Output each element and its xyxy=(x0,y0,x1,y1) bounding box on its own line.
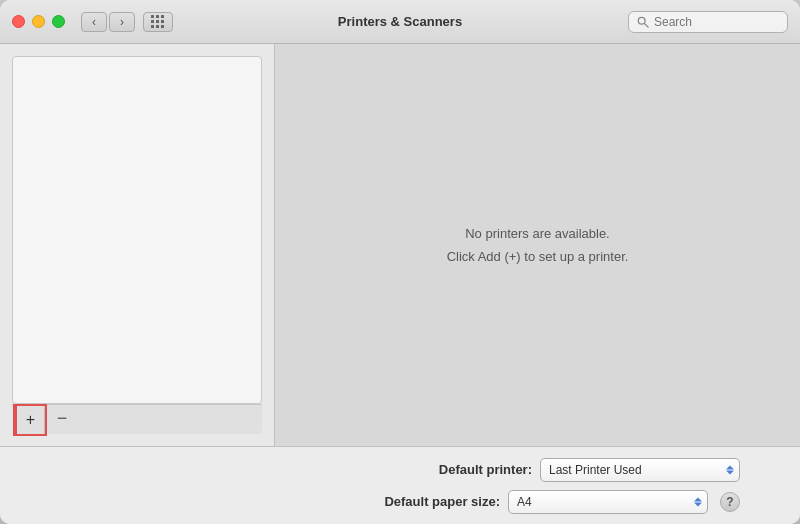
main-content: + − No printers are available. Click Add… xyxy=(0,44,800,446)
default-printer-label: Default printer: xyxy=(392,462,532,477)
svg-line-1 xyxy=(645,23,648,26)
default-paper-row: Default paper size: A4 Letter A3 A5 Lega… xyxy=(40,490,780,514)
default-printer-row: Default printer: Last Printer Used None xyxy=(40,458,780,482)
window-title: Printers & Scanners xyxy=(338,14,462,29)
printer-list-toolbar: + − xyxy=(12,404,262,434)
search-input[interactable] xyxy=(654,15,779,29)
maximize-button[interactable] xyxy=(52,15,65,28)
search-bar[interactable] xyxy=(628,11,788,33)
titlebar: ‹ › Printers & Scanners xyxy=(0,0,800,44)
svg-point-0 xyxy=(638,17,645,24)
printer-list xyxy=(12,56,262,404)
grid-view-button[interactable] xyxy=(143,12,173,32)
no-printers-line2: Click Add (+) to set up a printer. xyxy=(447,245,629,268)
forward-icon: › xyxy=(120,15,124,29)
close-button[interactable] xyxy=(12,15,25,28)
back-button[interactable]: ‹ xyxy=(81,12,107,32)
grid-icon xyxy=(151,15,165,29)
default-printer-select-wrapper: Last Printer Used None xyxy=(540,458,740,482)
no-printers-line1: No printers are available. xyxy=(447,222,629,245)
remove-printer-button[interactable]: − xyxy=(47,406,77,434)
bottom-bar: Default printer: Last Printer Used None … xyxy=(0,446,800,524)
main-window: ‹ › Printers & Scanners xyxy=(0,0,800,524)
minimize-button[interactable] xyxy=(32,15,45,28)
default-paper-select-wrapper: A4 Letter A3 A5 Legal xyxy=(508,490,708,514)
add-printer-button[interactable]: + xyxy=(15,406,45,434)
back-icon: ‹ xyxy=(92,15,96,29)
nav-buttons: ‹ › xyxy=(81,12,135,32)
forward-button[interactable]: › xyxy=(109,12,135,32)
no-printers-message: No printers are available. Click Add (+)… xyxy=(447,222,629,269)
default-paper-label: Default paper size: xyxy=(360,494,500,509)
default-paper-select[interactable]: A4 Letter A3 A5 Legal xyxy=(508,490,708,514)
search-icon xyxy=(637,16,649,28)
right-panel: No printers are available. Click Add (+)… xyxy=(275,44,800,446)
default-printer-select[interactable]: Last Printer Used None xyxy=(540,458,740,482)
help-button[interactable]: ? xyxy=(720,492,740,512)
add-printer-button-wrapper: + xyxy=(13,404,47,436)
traffic-lights xyxy=(12,15,65,28)
left-panel: + − xyxy=(0,44,275,446)
